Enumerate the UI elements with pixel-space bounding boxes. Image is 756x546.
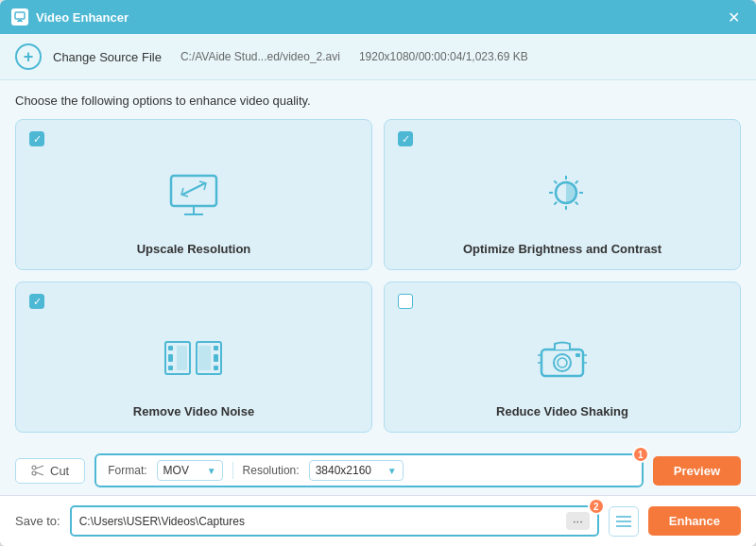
save-to-label: Save to: xyxy=(15,514,60,528)
svg-line-38 xyxy=(36,472,43,475)
title-bar: Video Enhancer ✕ xyxy=(0,0,756,34)
scissors-icon xyxy=(31,464,44,477)
format-value: MOV xyxy=(163,464,189,477)
monitor-icon xyxy=(165,172,222,219)
svg-line-14 xyxy=(576,201,578,204)
list-button[interactable] xyxy=(609,506,639,537)
file-meta: 1920x1080/00:00:04/1,023.69 KB xyxy=(359,50,528,63)
svg-rect-3 xyxy=(171,176,216,206)
preview-button[interactable]: Preview xyxy=(653,456,741,486)
svg-rect-21 xyxy=(177,346,187,370)
title-bar-left: Video Enhancer xyxy=(11,9,129,26)
svg-point-35 xyxy=(32,466,36,469)
window-title: Video Enhancer xyxy=(36,10,129,25)
brightness-label: Optimize Brightness and Contrast xyxy=(398,242,727,256)
main-content: Choose the following options to enhance … xyxy=(0,80,756,446)
svg-rect-25 xyxy=(214,366,218,370)
upscale-icon-area xyxy=(29,146,358,242)
cut-label: Cut xyxy=(50,464,69,478)
resolution-value: 3840x2160 xyxy=(316,464,371,477)
svg-rect-20 xyxy=(168,366,173,370)
brightness-icon-area xyxy=(398,146,727,242)
checkbox-brightness[interactable]: ✓ xyxy=(398,131,413,146)
svg-rect-23 xyxy=(214,346,218,350)
file-path: C:/AVAide Stud...ed/video_2.avi xyxy=(180,50,340,63)
resolution-arrow-icon: ▼ xyxy=(387,466,397,476)
enhance-button[interactable]: Enhance xyxy=(648,506,741,536)
app-icon xyxy=(11,9,28,26)
options-grid: ✓ Upscale Resolution xyxy=(15,119,741,433)
svg-rect-24 xyxy=(214,354,218,362)
format-arrow-icon: ▼ xyxy=(207,466,216,476)
close-button[interactable]: ✕ xyxy=(722,6,745,28)
camera-icon xyxy=(534,334,591,382)
checkbox-upscale[interactable]: ✓ xyxy=(29,131,44,146)
format-select[interactable]: MOV ▼ xyxy=(157,460,223,481)
svg-line-37 xyxy=(36,466,43,469)
divider xyxy=(232,462,233,479)
svg-line-13 xyxy=(554,180,557,183)
app-window: Video Enhancer ✕ + Change Source File C:… xyxy=(0,0,756,546)
badge-2: 2 xyxy=(588,498,605,515)
noise-icon-area xyxy=(29,309,358,404)
save-path-box: 2 C:\Users\USER\Videos\Captures ··· xyxy=(70,505,599,537)
svg-line-16 xyxy=(554,201,557,204)
svg-line-15 xyxy=(576,180,578,183)
change-source-label[interactable]: Change Source File xyxy=(53,50,162,64)
upscale-label: Upscale Resolution xyxy=(29,242,358,256)
svg-rect-30 xyxy=(576,353,580,357)
noise-label: Remove Video Noise xyxy=(29,404,358,418)
option-upscale[interactable]: ✓ Upscale Resolution xyxy=(15,119,372,270)
checkbox-noise[interactable]: ✓ xyxy=(29,294,44,309)
source-bar: + Change Source File C:/AVAide Stud...ed… xyxy=(0,34,756,80)
format-label: Format: xyxy=(108,464,146,477)
badge-1: 1 xyxy=(632,446,649,463)
option-shaking[interactable]: Reduce Video Shaking xyxy=(384,282,741,433)
option-noise[interactable]: ✓ xyxy=(15,282,372,433)
film-icon xyxy=(161,334,227,382)
svg-rect-19 xyxy=(168,354,173,362)
save-bar: Save to: 2 C:\Users\USER\Videos\Captures… xyxy=(0,495,756,546)
shaking-label: Reduce Video Shaking xyxy=(398,404,727,418)
shaking-icon-area xyxy=(398,309,727,404)
svg-rect-18 xyxy=(168,346,173,350)
save-path: C:\Users\USER\Videos\Captures xyxy=(79,515,245,528)
svg-rect-0 xyxy=(15,12,25,19)
option-brightness[interactable]: ✓ xyxy=(384,119,741,270)
svg-point-36 xyxy=(32,471,36,475)
sun-icon xyxy=(534,172,591,219)
list-icon xyxy=(615,515,632,528)
instruction-text: Choose the following options to enhance … xyxy=(15,94,741,108)
svg-rect-26 xyxy=(198,346,211,370)
format-resolution-box: 1 Format: MOV ▼ Resolution: 3840x2160 ▼ xyxy=(94,453,644,487)
cut-button[interactable]: Cut xyxy=(15,458,85,484)
checkbox-shaking[interactable] xyxy=(398,294,413,309)
add-source-button[interactable]: + xyxy=(15,43,42,70)
resolution-label: Resolution: xyxy=(243,464,300,477)
toolbar: Cut 1 Format: MOV ▼ Resolution: 3840x216… xyxy=(0,446,756,495)
browse-button[interactable]: ··· xyxy=(566,512,590,530)
resolution-select[interactable]: 3840x2160 ▼ xyxy=(309,460,404,481)
